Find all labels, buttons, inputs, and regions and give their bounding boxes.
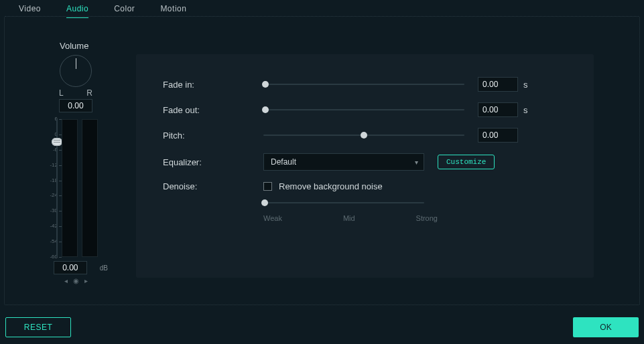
pitch-row: Pitch: 0.00 bbox=[163, 128, 567, 143]
fade-out-unit: s bbox=[523, 105, 528, 115]
pitch-thumb[interactable] bbox=[361, 132, 367, 139]
meter-bars bbox=[62, 119, 98, 257]
volume-title: Volume bbox=[44, 41, 108, 51]
denoise-strength-row bbox=[263, 198, 567, 207]
fade-in-label: Fade in: bbox=[163, 80, 263, 90]
fade-in-row: Fade in: 0.00 s bbox=[163, 77, 567, 92]
volume-fader-handle[interactable] bbox=[52, 138, 62, 146]
equalizer-select[interactable]: Default ▾ bbox=[263, 153, 424, 171]
denoise-strong-label: Strong bbox=[416, 214, 438, 222]
content-frame: Volume L R 0.00 60-6-12-18-24-30-42-54-6… bbox=[4, 16, 640, 305]
fade-in-slider[interactable] bbox=[263, 80, 464, 89]
fade-in-unit: s bbox=[523, 80, 528, 90]
fade-in-value[interactable]: 0.00 bbox=[478, 77, 518, 92]
denoise-label: Denoise: bbox=[163, 181, 263, 191]
customize-button[interactable]: Customize bbox=[438, 155, 495, 169]
level-meter: 60-6-12-18-24-30-42-54-60 bbox=[47, 119, 105, 257]
denoise-checkbox[interactable] bbox=[263, 182, 272, 191]
pan-value[interactable]: 0.00 bbox=[59, 99, 92, 112]
meter-bar-right bbox=[82, 119, 98, 257]
denoise-scale-labels: Weak Mid Strong bbox=[263, 214, 438, 222]
denoise-slider[interactable] bbox=[263, 198, 424, 207]
denoise-mid-label: Mid bbox=[343, 214, 355, 222]
ok-button[interactable]: OK bbox=[573, 317, 639, 337]
pan-lr-labels: L R bbox=[59, 88, 92, 98]
fade-out-slider[interactable] bbox=[263, 105, 464, 114]
meter-bar-left bbox=[62, 119, 78, 257]
denoise-weak-label: Weak bbox=[263, 214, 282, 222]
fade-out-thumb[interactable] bbox=[262, 106, 269, 113]
denoise-row: Denoise: Remove background noise bbox=[163, 181, 567, 191]
pitch-value[interactable]: 0.00 bbox=[478, 128, 518, 143]
db-unit: dB bbox=[100, 264, 108, 272]
denoise-thumb[interactable] bbox=[261, 199, 268, 206]
fade-out-row: Fade out: 0.00 s bbox=[163, 102, 567, 117]
pan-right-label: R bbox=[86, 88, 92, 98]
chevron-down-icon: ▾ bbox=[415, 159, 418, 166]
denoise-checkbox-label: Remove background noise bbox=[279, 181, 383, 191]
keyframe-controls: ◂ ◉ ▸ bbox=[44, 277, 108, 284]
pan-left-label: L bbox=[59, 88, 64, 98]
pitch-label: Pitch: bbox=[163, 131, 263, 141]
next-keyframe-icon[interactable]: ▸ bbox=[84, 277, 88, 284]
db-value[interactable]: 0.00 bbox=[54, 261, 87, 274]
prev-keyframe-icon[interactable]: ◂ bbox=[64, 277, 68, 284]
equalizer-row: Equalizer: Default ▾ Customize bbox=[163, 153, 567, 171]
add-keyframe-icon[interactable]: ◉ bbox=[73, 277, 79, 284]
reset-button[interactable]: RESET bbox=[5, 317, 71, 337]
fade-out-value[interactable]: 0.00 bbox=[478, 102, 518, 117]
fade-in-thumb[interactable] bbox=[262, 81, 269, 88]
pan-knob[interactable] bbox=[60, 55, 92, 87]
pitch-slider[interactable] bbox=[263, 131, 464, 140]
audio-settings-panel: Fade in: 0.00 s Fade out: 0.00 s Pitch: bbox=[136, 54, 594, 278]
footer: RESET OK bbox=[5, 317, 639, 337]
fade-out-label: Fade out: bbox=[163, 105, 263, 115]
equalizer-selected: Default bbox=[271, 157, 296, 167]
equalizer-label: Equalizer: bbox=[163, 157, 263, 167]
volume-column: Volume L R 0.00 60-6-12-18-24-30-42-54-6… bbox=[44, 41, 108, 284]
tabs-bar: Video Audio Color Motion bbox=[0, 0, 644, 18]
